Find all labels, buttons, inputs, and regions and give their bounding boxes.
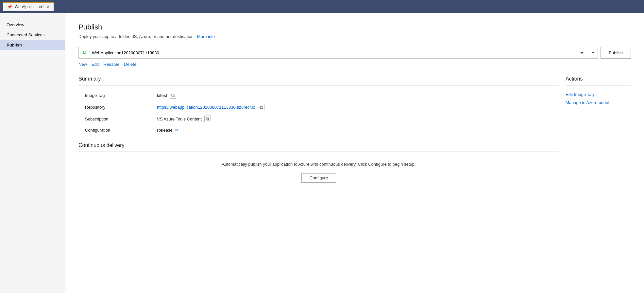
sidebar: Overview Connected Services Publish (0, 13, 65, 293)
subscription-label: Subscription (85, 116, 157, 122)
profile-icon: 🖥 (82, 50, 87, 56)
sidebar-item-connected-services[interactable]: Connected Services (0, 30, 65, 40)
repository-copy-icon[interactable]: ⧉ (258, 104, 264, 110)
subscription-value: VS Azure Tools Content ⧉ (157, 116, 559, 122)
dropdown-arrow-icon: ▼ (591, 51, 595, 55)
profile-row: 🖥 WebApplication1202008071113830 ▼ Publi… (78, 47, 631, 59)
content-area: Publish Deploy your app to a folder, IIS… (65, 13, 644, 293)
edit-profile-link[interactable]: Edit (92, 62, 99, 67)
sidebar-item-overview[interactable]: Overview (0, 20, 65, 30)
tab-close-icon[interactable]: ✕ (47, 5, 50, 9)
configuration-value: Release ✏ (157, 127, 559, 133)
more-info-link[interactable]: More info (197, 34, 215, 39)
profile-dropdown-button[interactable]: ▼ (588, 47, 598, 59)
tab-webapplication1[interactable]: 📌 WebApplication1 ✕ (3, 2, 54, 11)
image-tag-value: latest ⧉ (157, 92, 559, 99)
profile-actions: New Edit Rename Delete (78, 62, 631, 67)
subscription-copy-icon[interactable]: ⧉ (204, 116, 211, 122)
content-with-actions: Summary Image Tag latest ⧉ Repository ht… (78, 76, 631, 183)
main-layout: Overview Connected Services Publish Publ… (0, 13, 644, 293)
page-subtitle: Deploy your app to a folder, IIS, Azure,… (78, 34, 631, 39)
profile-select-wrapper: 🖥 WebApplication1202008071113830 (78, 47, 588, 59)
manage-azure-portal-link[interactable]: Manage in Azure portal (566, 100, 631, 105)
tab-pin-icon: 📌 (7, 5, 12, 9)
summary-section: Summary Image Tag latest ⧉ Repository ht… (78, 76, 559, 183)
continuous-delivery-header: Continuous delivery (78, 142, 559, 148)
configure-button[interactable]: Configure (301, 173, 336, 183)
repository-value: https://webapplication1202008071113830.a… (157, 104, 559, 110)
profile-select[interactable]: WebApplication1202008071113830 (91, 50, 585, 56)
actions-header: Actions (566, 76, 631, 82)
summary-divider (78, 85, 559, 85)
configuration-edit-icon[interactable]: ✏ (175, 127, 179, 133)
tab-label: WebApplication1 (15, 5, 44, 9)
image-tag-label: Image Tag (85, 92, 157, 99)
summary-header: Summary (78, 76, 559, 82)
configuration-label: Configuration (85, 127, 157, 133)
new-profile-link[interactable]: New (78, 62, 87, 67)
actions-section: Actions Edit Image Tag Manage in Azure p… (559, 76, 631, 183)
delete-profile-link[interactable]: Delete (124, 62, 137, 67)
rename-profile-link[interactable]: Rename (103, 62, 119, 67)
repository-link[interactable]: https://webapplication1202008071113830.a… (157, 105, 255, 110)
sidebar-item-publish[interactable]: Publish (0, 40, 65, 50)
summary-grid: Image Tag latest ⧉ Repository https://we… (78, 92, 559, 133)
repository-label: Repository (85, 104, 157, 110)
publish-button[interactable]: Publish (601, 47, 631, 59)
continuous-delivery-description: Automatically publish your application t… (78, 162, 559, 167)
image-tag-copy-icon[interactable]: ⧉ (170, 92, 176, 99)
actions-divider (566, 85, 631, 85)
continuous-delivery-divider (78, 152, 559, 152)
page-title: Publish (78, 23, 631, 31)
edit-image-tag-link[interactable]: Edit Image Tag (566, 92, 631, 97)
title-bar: 📌 WebApplication1 ✕ (0, 0, 644, 13)
